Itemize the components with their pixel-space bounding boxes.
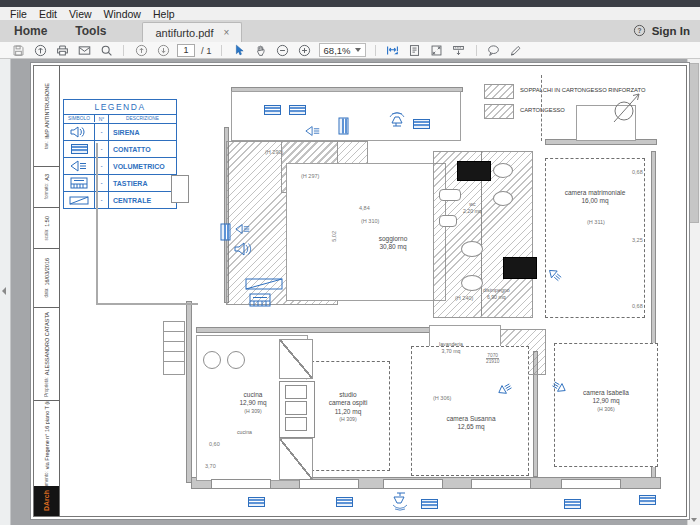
- siren-icon: [383, 109, 409, 131]
- svg-text:?: ?: [637, 27, 641, 34]
- sink-fixture: [439, 215, 457, 227]
- centerline: [541, 75, 542, 141]
- closet-bottom: [279, 438, 313, 480]
- window-3: [383, 479, 443, 489]
- toolbar-separator: [375, 45, 376, 56]
- contact-icon: [264, 105, 281, 115]
- siren-icon: [70, 126, 88, 138]
- titleblock-formato: formato:A3: [34, 167, 59, 208]
- toolbar-separator: [221, 45, 222, 56]
- menu-window[interactable]: Window: [98, 8, 147, 20]
- document-area: tav.:IMP ANTINTRUSIONE formato:A3 scala:…: [0, 59, 700, 525]
- close-icon[interactable]: ×: [224, 27, 230, 38]
- legend-title: LEGENDA: [64, 100, 176, 115]
- dim-mat-3: 0,68: [632, 303, 643, 309]
- sign-in-button[interactable]: Sign In: [652, 25, 690, 37]
- page-count-label: / 1: [201, 45, 212, 56]
- room-matrimoniale: [545, 158, 645, 318]
- wc2-bidet-fixture: [493, 191, 513, 206]
- keypad-icon: [249, 293, 271, 307]
- label-isabella: camera Isabella 12,90 mq (H 306): [564, 389, 648, 413]
- keypad-icon: [70, 177, 88, 189]
- label-cucina: cucina 12,90 mq (H 309): [217, 391, 289, 415]
- label-cucina-sub: cucina: [237, 429, 252, 436]
- wall-left-lower: [186, 301, 192, 483]
- window-5: [561, 479, 621, 489]
- dim-soggiorno-width: 4,84: [359, 205, 370, 211]
- nav-collapse-icon[interactable]: [2, 287, 6, 295]
- contact-icon: [413, 119, 430, 129]
- comment-icon[interactable]: [486, 43, 502, 57]
- hatch-label-cartongesso: CARTONGESSO: [520, 107, 565, 113]
- scroll-down-icon[interactable]: [691, 518, 697, 522]
- dim-mat-2: 3,25: [632, 237, 643, 243]
- scrollbar-thumb[interactable]: [689, 63, 699, 223]
- fit-width-icon[interactable]: [385, 43, 401, 57]
- hand-tool-icon[interactable]: [253, 43, 269, 57]
- dim-cucina-2: 3,70: [205, 463, 216, 469]
- zoom-level-dropdown[interactable]: 68,1%: [319, 43, 366, 57]
- window-4: [471, 479, 531, 489]
- centrale-icon: [69, 195, 89, 206]
- actual-size-icon[interactable]: [429, 43, 445, 57]
- contact-icon: [221, 224, 231, 241]
- zoom-out-icon[interactable]: [275, 43, 291, 57]
- titleblock-appartamento: Appartamento:via Fregene n° 16 piano T (…: [34, 401, 59, 490]
- window-1: [211, 479, 271, 489]
- hatch-swatch-soppalchi: [484, 84, 514, 99]
- email-icon[interactable]: [76, 43, 92, 57]
- help-icon[interactable]: ?: [633, 24, 646, 37]
- titleblock-proprieta: Proprietà:ALESSANDRO CATASTA: [34, 308, 59, 401]
- menu-file[interactable]: File: [4, 8, 33, 20]
- window-2: [299, 479, 359, 489]
- shower-tray-2: [503, 257, 537, 279]
- select-tool-icon[interactable]: [231, 43, 247, 57]
- siren-icon: [387, 491, 413, 515]
- tab-document[interactable]: antifurto.pdf ×: [142, 22, 242, 42]
- dim-disimpegno-height: (H 240): [455, 295, 473, 301]
- dim-mat-1: 0,68: [632, 169, 643, 175]
- menu-edit[interactable]: Edit: [33, 8, 63, 20]
- legend-col-n: N°: [95, 115, 109, 123]
- north-arrow-icon: [609, 91, 645, 125]
- window-titlebar[interactable]: [0, 0, 700, 7]
- save-icon[interactable]: [10, 43, 26, 57]
- architect-logo: DArch: [34, 486, 59, 516]
- navigation-pane-strip[interactable]: [0, 59, 11, 525]
- legend-row-sirena: - SIRENA: [64, 124, 176, 141]
- page-up-icon[interactable]: [133, 43, 149, 57]
- titleblock-data: data:16/03/2016: [34, 249, 59, 308]
- room-susanna: [411, 346, 529, 476]
- label-matrimoniale: camera matrimoniale 16,00 mq: [553, 189, 637, 206]
- menu-view[interactable]: View: [63, 8, 98, 20]
- shower-tray-1: [457, 161, 491, 181]
- upload-icon[interactable]: [32, 43, 48, 57]
- volumetric-icon: [70, 160, 88, 172]
- fit-page-icon[interactable]: [407, 43, 423, 57]
- scrolling-mode-icon[interactable]: [451, 43, 467, 57]
- appliance-3: [285, 417, 307, 431]
- closet-top: [279, 339, 313, 379]
- exterior-shaft: [171, 175, 189, 203]
- tab-bar: Home Tools antifurto.pdf ×: [0, 20, 700, 42]
- menu-help[interactable]: Help: [147, 8, 181, 20]
- acrobat-reader-window: File Edit View Window Help Home Tools an…: [0, 0, 700, 525]
- wc2-toilet-fixture: [493, 163, 513, 178]
- print-icon[interactable]: [54, 43, 70, 57]
- toilet-fixture: [461, 241, 483, 257]
- chevron-down-icon: [355, 48, 361, 52]
- highlight-icon[interactable]: [508, 43, 524, 57]
- titleblock-scala: scala:1:50: [34, 208, 59, 249]
- toolbar-separator: [123, 45, 124, 56]
- page-down-icon[interactable]: [155, 43, 171, 57]
- search-icon[interactable]: [98, 43, 114, 57]
- tab-home[interactable]: Home: [0, 21, 61, 42]
- tab-document-label: antifurto.pdf: [155, 27, 213, 39]
- burner-2: [227, 351, 245, 369]
- burner-1: [203, 351, 221, 369]
- tab-tools[interactable]: Tools: [61, 21, 120, 42]
- volumetric-icon: [235, 223, 251, 235]
- toolbar: 1 / 1 68,1%: [0, 42, 700, 59]
- page-number-input[interactable]: 1: [177, 44, 195, 57]
- zoom-in-icon[interactable]: [297, 43, 313, 57]
